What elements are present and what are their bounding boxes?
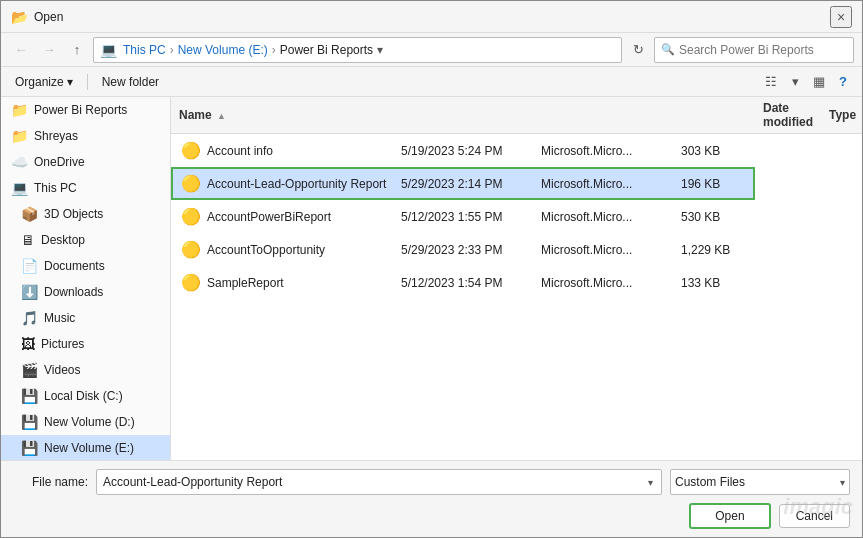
sidebar-item-onedrive[interactable]: ☁️OneDrive bbox=[1, 149, 170, 175]
action-bar: Organize ▾ New folder ☷ ▾ ▦ ? bbox=[1, 67, 862, 97]
sidebar-item-videos[interactable]: 🎬Videos bbox=[1, 357, 170, 383]
file-icon: 🟡 bbox=[181, 240, 201, 259]
file-type: Microsoft.Micro... bbox=[533, 174, 673, 194]
file-date: 5/12/2023 1:54 PM bbox=[393, 273, 533, 293]
file-type: Microsoft.Micro... bbox=[533, 273, 673, 293]
filename-row: File name: ▾ Custom Files ▾ bbox=[13, 469, 850, 495]
preview-pane-button[interactable]: ▦ bbox=[808, 71, 830, 93]
file-name: Account-Lead-Opportunity Report bbox=[207, 177, 386, 191]
search-input[interactable] bbox=[679, 43, 847, 57]
file-size: 196 KB bbox=[673, 174, 753, 194]
file-date: 5/19/2023 5:24 PM bbox=[393, 141, 533, 161]
refresh-button[interactable]: ↻ bbox=[626, 38, 650, 62]
right-panel: Name ▲ Date modified Type Size 🟡 Account… bbox=[171, 97, 862, 460]
folder-icon: 🎵 bbox=[21, 310, 38, 326]
file-name: Account info bbox=[207, 144, 273, 158]
folder-icon: 📦 bbox=[21, 206, 38, 222]
sidebar-item-desktop[interactable]: 🖥Desktop bbox=[1, 227, 170, 253]
sidebar-item-3d-objects[interactable]: 📦3D Objects bbox=[1, 201, 170, 227]
view-dropdown-button[interactable]: ▾ bbox=[784, 71, 806, 93]
sidebar-item-downloads[interactable]: ⬇️Downloads bbox=[1, 279, 170, 305]
file-type: Microsoft.Micro... bbox=[533, 141, 673, 161]
breadcrumb-current: Power Bi Reports bbox=[280, 43, 373, 57]
file-size: 133 KB bbox=[673, 273, 753, 293]
sidebar-item-new-volume-d[interactable]: 💾New Volume (D:) bbox=[1, 409, 170, 435]
folder-icon: 📁 bbox=[11, 102, 28, 118]
organize-button[interactable]: Organize ▾ bbox=[9, 73, 79, 91]
left-panel: 📁Power Bi Reports📁Shreyas☁️OneDrive💻This… bbox=[1, 97, 171, 460]
folder-icon: ⬇️ bbox=[21, 284, 38, 300]
forward-button[interactable]: → bbox=[37, 38, 61, 62]
title-bar: 📂 Open × bbox=[1, 1, 862, 33]
filetype-arrow-icon: ▾ bbox=[840, 477, 845, 488]
filename-input-wrap: ▾ bbox=[96, 469, 662, 495]
col-name: Name ▲ bbox=[171, 97, 755, 134]
filetype-label: Custom Files bbox=[675, 475, 745, 489]
folder-icon: 💾 bbox=[21, 388, 38, 404]
folder-icon: 💾 bbox=[21, 440, 38, 456]
sidebar-item-local-disk-c[interactable]: 💾Local Disk (C:) bbox=[1, 383, 170, 409]
main-area: 📁Power Bi Reports📁Shreyas☁️OneDrive💻This… bbox=[1, 97, 862, 460]
file-name: AccountPowerBiReport bbox=[207, 210, 331, 224]
filename-dropdown-button[interactable]: ▾ bbox=[646, 477, 655, 488]
file-icon: 🟡 bbox=[181, 141, 201, 160]
folder-icon: 📁 bbox=[11, 128, 28, 144]
filename-input[interactable] bbox=[103, 475, 646, 489]
file-date: 5/12/2023 1:55 PM bbox=[393, 207, 533, 227]
pc-icon: 💻 bbox=[100, 42, 117, 58]
file-icon: 🟡 bbox=[181, 207, 201, 226]
folder-icon: 🖥 bbox=[21, 232, 35, 248]
close-button[interactable]: × bbox=[830, 6, 852, 28]
folder-icon: 💻 bbox=[11, 180, 28, 196]
table-row[interactable]: 🟡 Account info 5/19/2023 5:24 PM Microso… bbox=[171, 134, 755, 167]
filename-label: File name: bbox=[13, 475, 88, 489]
back-button[interactable]: ← bbox=[9, 38, 33, 62]
view-toggle-button[interactable]: ☷ bbox=[760, 71, 782, 93]
bottom-bar: File name: ▾ Custom Files ▾ Open Cancel bbox=[1, 460, 862, 537]
file-size: 303 KB bbox=[673, 141, 753, 161]
file-type: Microsoft.Micro... bbox=[533, 207, 673, 227]
table-row[interactable]: 🟡 Account-Lead-Opportunity Report 5/29/2… bbox=[171, 167, 755, 200]
breadcrumb-volume-e[interactable]: New Volume (E:) bbox=[178, 43, 268, 57]
search-box: 🔍 bbox=[654, 37, 854, 63]
sidebar-item-documents[interactable]: 📄Documents bbox=[1, 253, 170, 279]
folder-icon: 💾 bbox=[21, 414, 38, 430]
cancel-button[interactable]: Cancel bbox=[779, 504, 850, 528]
file-list-scroll: Name ▲ Date modified Type Size 🟡 Account… bbox=[171, 97, 862, 460]
sidebar-item-this-pc[interactable]: 💻This PC bbox=[1, 175, 170, 201]
table-row[interactable]: 🟡 AccountPowerBiReport 5/12/2023 1:55 PM… bbox=[171, 200, 755, 233]
file-type: Microsoft.Micro... bbox=[533, 240, 673, 260]
help-button[interactable]: ? bbox=[832, 71, 854, 93]
file-icon: 🟡 bbox=[181, 273, 201, 292]
up-button[interactable]: ↑ bbox=[65, 38, 89, 62]
filetype-select[interactable]: Custom Files ▾ bbox=[670, 469, 850, 495]
file-size: 530 KB bbox=[673, 207, 753, 227]
breadcrumb-this-pc[interactable]: This PC bbox=[123, 43, 166, 57]
sidebar-item-power-bi-reports[interactable]: 📁Power Bi Reports bbox=[1, 97, 170, 123]
breadcrumb-dropdown[interactable]: ▾ bbox=[377, 43, 383, 57]
col-type: Type bbox=[821, 97, 862, 134]
file-size: 1,229 KB bbox=[673, 240, 753, 260]
sidebar-item-new-volume-e[interactable]: 💾New Volume (E:) bbox=[1, 435, 170, 460]
file-table: Name ▲ Date modified Type Size 🟡 Account… bbox=[171, 97, 862, 299]
dialog-title: Open bbox=[34, 10, 830, 24]
sidebar-item-pictures[interactable]: 🖼Pictures bbox=[1, 331, 170, 357]
sidebar-item-shreyas[interactable]: 📁Shreyas bbox=[1, 123, 170, 149]
file-icon: 🟡 bbox=[181, 174, 201, 193]
breadcrumb-bar: 💻 This PC › New Volume (E:) › Power Bi R… bbox=[93, 37, 622, 63]
file-name: AccountToOpportunity bbox=[207, 243, 325, 257]
table-row[interactable]: 🟡 AccountToOpportunity 5/29/2023 2:33 PM… bbox=[171, 233, 755, 266]
folder-icon: 🎬 bbox=[21, 362, 38, 378]
action-row: Open Cancel bbox=[13, 503, 850, 529]
file-name: SampleReport bbox=[207, 276, 284, 290]
col-date: Date modified bbox=[755, 97, 821, 134]
table-row[interactable]: 🟡 SampleReport 5/12/2023 1:54 PM Microso… bbox=[171, 266, 755, 299]
sidebar-item-music[interactable]: 🎵Music bbox=[1, 305, 170, 331]
new-folder-button[interactable]: New folder bbox=[96, 73, 165, 91]
file-date: 5/29/2023 2:33 PM bbox=[393, 240, 533, 260]
search-icon: 🔍 bbox=[661, 43, 675, 56]
folder-icon: ☁️ bbox=[11, 154, 28, 170]
toolbar: ← → ↑ 💻 This PC › New Volume (E:) › Powe… bbox=[1, 33, 862, 67]
open-button[interactable]: Open bbox=[689, 503, 770, 529]
open-folder-icon: 📂 bbox=[11, 9, 28, 25]
